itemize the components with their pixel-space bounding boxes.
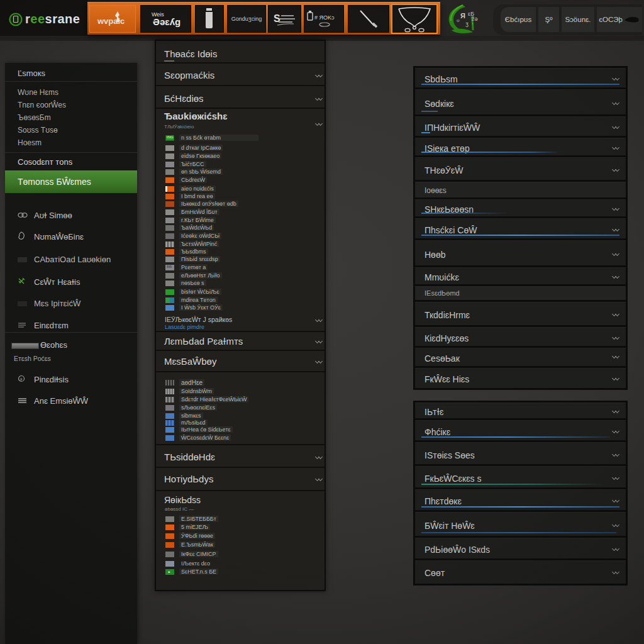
svg-text:žə: žə: [472, 16, 478, 22]
svg-text:Я: Я: [460, 12, 465, 19]
svg-text:ʒ: ʒ: [465, 21, 469, 27]
svg-text:wvpałc: wvpałc: [97, 16, 125, 26]
svg-text:# ЯOKɔ: # ЯOKɔ: [314, 14, 335, 21]
svg-text:ʊ: ʊ: [457, 18, 460, 23]
svg-text:ə: ə: [20, 377, 23, 381]
svg-text:Əəɛʎɡ: Əəɛʎɡ: [153, 16, 180, 27]
svg-text:ⸯ: ⸯ: [472, 23, 474, 30]
